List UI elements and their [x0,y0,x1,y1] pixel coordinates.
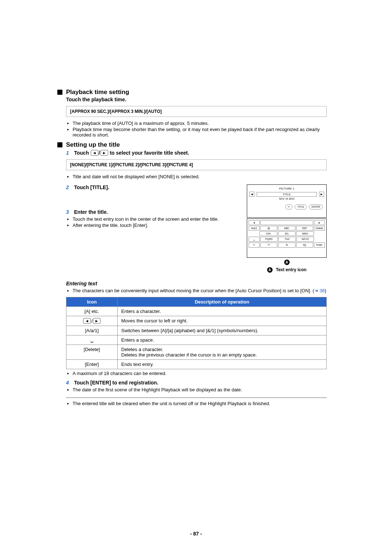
key: #() [296,243,313,248]
key-space: ␣ [249,237,260,242]
key: !? [260,243,277,248]
key: TUV [278,237,296,242]
right-arrow-icon: ► [319,192,324,197]
left-arrow-icon: ◄ [249,192,254,197]
heading-text: Setting up the title [66,141,120,148]
key-mode: A/a/1 [249,226,260,231]
key-back: ↩ [249,243,260,248]
enter-button: ENTER [309,204,323,209]
key-left: ◄ [249,220,260,225]
marker-a-icon: A [284,260,290,265]
date-label: NOV 15 2014 [249,197,324,200]
icon-cell: ◄/► [66,316,118,326]
options-box: [NONE]/[PICTURE 1]/[PICTURE 2]/[PICTURE … [66,159,327,170]
section-heading-title: Setting up the title [66,141,327,148]
desc-cell: Ends text entry. [118,360,327,369]
back-button: ↩ [285,204,293,209]
desc-cell: Deletes a character. Deletes the previou… [118,345,327,360]
table-row: ◄/► Moves the cursor to left or right. [66,316,327,326]
step-text: Touch [TITLE]. [74,184,109,190]
bullet-text: The entered title will be cleared when t… [73,401,327,406]
icon-cell: [Enter] [66,360,118,369]
key: WXYZ [297,237,314,242]
step-number: 3 [66,209,74,215]
key: DEF [296,226,313,231]
col-desc: Description of operation [118,297,327,307]
table-row: ␣ Enters a space. [66,335,327,345]
title-preview-screen: PICTURE 1 ◄ TITLE ► NOV 15 2014 ↩ TITLE … [247,184,327,218]
page-link[interactable]: 36 [319,288,324,293]
key-delete: Delete [314,226,325,231]
heading-text: Playback time setting [66,89,129,96]
key: '& [278,243,295,248]
icon-cell: [Delete] [66,345,118,360]
desc-cell: Enters a character. [118,307,327,316]
icon-cell: [A] etc. [66,307,118,316]
bullet-text: Touch the text entry icon in the center … [73,216,241,222]
key: @ [260,226,277,231]
key: PQRS [260,237,278,242]
step-number: 1 [66,150,74,156]
left-arrow-icon: ◄ [91,150,98,156]
icon-cell: [A/a/1] [66,326,118,335]
table-row: [Delete] Deletes a character. Deletes th… [66,345,327,360]
step-number: 2 [66,184,74,190]
step-text: Touch ◄/► to select your favorite title … [74,150,189,156]
desc-cell: Switches between [A]/[a] (alphabet) and … [118,326,327,335]
sub-instruction: Touch the playback time. [66,97,327,102]
col-icon: Icon [66,297,118,307]
bullet-text: Title and date will not be displayed whe… [73,174,327,179]
table-row: [A] etc. Enters a character. [66,307,327,316]
right-arrow-icon: ► [101,150,108,156]
text-entry-screen: ◄ ► A/a/1 @ ABC DEF Delete GHI JKL MNO [247,219,327,258]
bullet-text: A maximum of 18 characters can be entere… [73,371,327,376]
icon-cell: ␣ [66,335,118,345]
section-heading-playback: Playback time setting [66,89,327,96]
marker-a-icon: A [267,267,273,273]
title-button: TITLE [295,204,307,209]
step-number: 4 [66,380,74,386]
key: MNO [296,231,314,236]
key-enter: Enter [314,243,325,248]
bullet-text: After entering the title, touch [Enter]. [73,223,241,228]
square-bullet-icon [57,142,62,147]
right-arrow-icon: ► [93,318,101,324]
operations-table: Icon Description of operation [A] etc. E… [66,297,327,369]
caption: A Text entry icon [247,267,327,273]
options-box: [APPROX 90 SEC.]/[APPROX 3 MIN.]/[AUTO] [66,106,327,117]
desc-cell: Enters a space. [118,335,327,345]
table-row: [Enter] Ends text entry. [66,360,327,369]
key: ABC [278,226,295,231]
table-row: [A/a/1] Switches between [A]/[a] (alphab… [66,326,327,335]
left-arrow-icon: ◄ [83,318,91,324]
picture-label: PICTURE 1 [249,187,324,190]
bullet-text: The playback time of [AUTO] is a maximum… [73,121,327,126]
desc-cell: Moves the cursor to left or right. [118,316,327,326]
subheading-entering-text: Entering text [66,281,327,286]
bullet-text: The date of the first scene of the Highl… [73,387,327,392]
divider [66,398,327,398]
key: GHI [260,231,277,236]
step-text: Touch [ENTER] to end registration. [74,380,158,386]
text-entry-area [260,220,313,225]
page-number: - 87 - [0,531,392,537]
step-text: Enter the title. [74,209,108,215]
key-right: ► [314,220,325,225]
key: JKL [278,231,296,236]
title-field: TITLE [257,192,317,197]
square-bullet-icon [57,90,62,95]
bullet-text: Playback time may become shorter than th… [73,127,327,138]
link-arrow-icon: ➜ [314,288,318,293]
bullet-text: The characters can be conveniently input… [73,288,327,293]
